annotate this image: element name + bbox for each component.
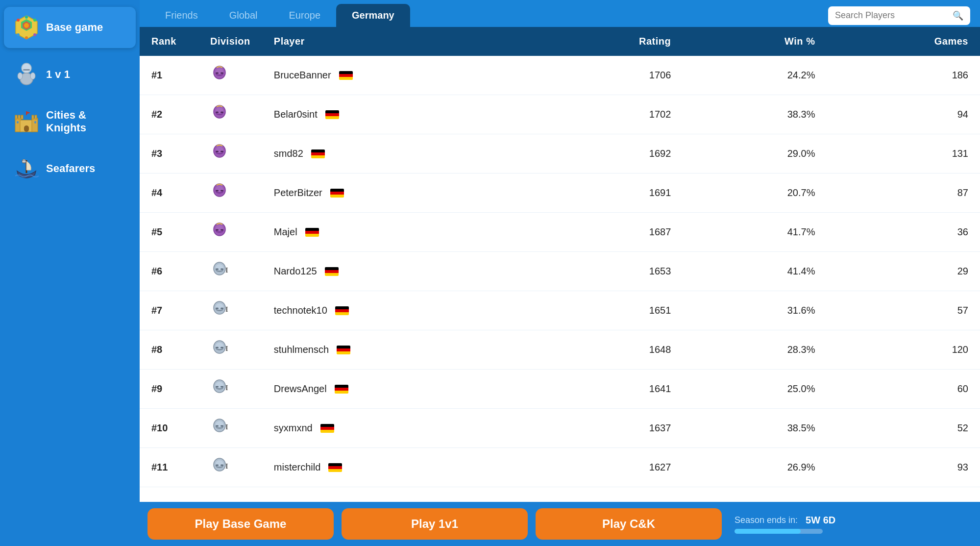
hex-game-icon: [13, 14, 40, 41]
season-value: 5W 6D: [806, 515, 835, 526]
player-cell[interactable]: stuhlmensch: [262, 330, 535, 370]
table-body: #1 BruceBanner 170624.2%186#2: [140, 56, 980, 487]
svg-point-70: [220, 386, 223, 388]
leaderboard-table: Rank Division Player Rating Win % Games …: [140, 27, 980, 487]
tab-europe[interactable]: Europe: [273, 4, 337, 27]
svg-point-10: [22, 63, 31, 73]
table-row[interactable]: #8 I stuhlmensch 164828.3%120: [140, 330, 980, 370]
win-pct-cell: 20.7%: [683, 174, 827, 213]
svg-point-54: [216, 269, 219, 270]
rank-cell: #8: [140, 330, 198, 370]
svg-rect-17: [18, 115, 20, 119]
svg-point-35: [220, 73, 223, 74]
player-cell[interactable]: Majel: [262, 213, 535, 252]
games-cell: 120: [827, 330, 980, 370]
win-pct-cell: 24.2%: [683, 56, 827, 95]
player-name: BruceBanner: [274, 70, 331, 81]
sidebar-item-cities-knights[interactable]: Cities & Knights: [4, 101, 136, 142]
play-ck-button[interactable]: Play C&K: [536, 508, 722, 540]
player-cell[interactable]: misterchild: [262, 448, 535, 487]
player-cell[interactable]: technotek10: [262, 291, 535, 330]
division-cell: [198, 174, 262, 213]
table-row[interactable]: #9 I DrewsAngel 164125.0%60: [140, 370, 980, 409]
svg-point-8: [25, 16, 28, 19]
table-row[interactable]: #10 I syxmxnd 163738.5%52: [140, 409, 980, 448]
svg-rect-18: [21, 115, 23, 119]
player-name: Belar0sint: [274, 109, 318, 120]
player-cell[interactable]: BruceBanner: [262, 56, 535, 95]
svg-point-29: [22, 159, 26, 163]
svg-point-34: [216, 73, 219, 74]
svg-point-3: [24, 23, 29, 28]
player-cell[interactable]: Belar0sint: [262, 95, 535, 134]
table-row[interactable]: #2 Belar0sint 170238.3%94: [140, 95, 980, 134]
player-name-with-flag: BruceBanner: [274, 70, 523, 81]
svg-point-78: [216, 460, 223, 467]
play-1v1-button[interactable]: Play 1v1: [342, 508, 528, 540]
games-cell: 57: [827, 291, 980, 330]
player-cell[interactable]: syxmxnd: [262, 409, 535, 448]
tab-bar: Friends Global Europe Germany: [149, 4, 410, 27]
games-cell: 94: [827, 95, 980, 134]
flag-icon: [328, 463, 342, 472]
diamond-division-icon: [210, 222, 229, 240]
tab-germany[interactable]: Germany: [336, 4, 410, 27]
col-player: Player: [262, 27, 535, 56]
svg-text:I: I: [225, 267, 228, 274]
player-cell[interactable]: DrewsAngel: [262, 370, 535, 409]
table-row[interactable]: #7 I technotek10 165131.6%57: [140, 291, 980, 330]
table-row[interactable]: #4 PeterBitzer 169120.7%87: [140, 174, 980, 213]
division-cell: I: [198, 448, 262, 487]
svg-point-51: [220, 229, 223, 231]
player-name-with-flag: Belar0sint: [274, 109, 523, 120]
leaderboard-table-container[interactable]: Rank Division Player Rating Win % Games …: [140, 27, 980, 502]
silver-division-icon: I: [210, 378, 231, 397]
col-rating: Rating: [535, 27, 683, 56]
rating-cell: 1648: [535, 330, 683, 370]
svg-point-58: [216, 303, 223, 310]
player-name-with-flag: DrewsAngel: [274, 383, 523, 395]
silver-division-icon: I: [210, 457, 231, 475]
sidebar-item-base-game[interactable]: Base game: [4, 7, 136, 48]
ship-icon: [13, 155, 40, 182]
sidebar-item-1v1[interactable]: 1 v 1: [4, 54, 136, 95]
player-name: stuhlmensch: [274, 344, 329, 355]
svg-point-43: [220, 151, 223, 152]
player-name-with-flag: smd82: [274, 148, 523, 159]
svg-point-60: [220, 308, 223, 309]
flag-icon: [337, 346, 350, 354]
main-layout: Base game 1 v 1: [0, 0, 980, 546]
player-cell[interactable]: smd82: [262, 134, 535, 174]
top-bar: Friends Global Europe Germany 🔍: [140, 0, 980, 27]
player-name-with-flag: stuhlmensch: [274, 344, 523, 355]
table-row[interactable]: #5 Majel 168741.7%36: [140, 213, 980, 252]
svg-point-33: [216, 68, 223, 75]
search-input[interactable]: [835, 10, 949, 21]
svg-point-69: [216, 386, 219, 388]
games-cell: 186: [827, 56, 980, 95]
rating-cell: 1637: [535, 409, 683, 448]
tab-friends[interactable]: Friends: [149, 4, 214, 27]
player-cell[interactable]: Nardo125: [262, 252, 535, 291]
player-name-with-flag: Majel: [274, 226, 523, 238]
table-row[interactable]: #11 I misterchild 162726.9%93: [140, 448, 980, 487]
win-pct-cell: 25.0%: [683, 370, 827, 409]
sidebar-item-1v1-label: 1 v 1: [46, 68, 70, 81]
play-base-game-button[interactable]: Play Base Game: [147, 508, 334, 540]
sidebar-item-seafarers[interactable]: Seafarers: [4, 148, 136, 189]
svg-rect-21: [32, 118, 38, 132]
table-row[interactable]: #3 smd82 169229.0%131: [140, 134, 980, 174]
division-cell: [198, 213, 262, 252]
table-row[interactable]: #6 I Nardo125 165341.4%29: [140, 252, 980, 291]
content-area: Friends Global Europe Germany 🔍 Rank Div…: [140, 0, 980, 546]
player-name-with-flag: misterchild: [274, 462, 523, 473]
tab-global[interactable]: Global: [214, 4, 273, 27]
svg-text:I: I: [225, 463, 228, 470]
search-box[interactable]: 🔍: [828, 6, 970, 25]
table-row[interactable]: #1 BruceBanner 170624.2%186: [140, 56, 980, 95]
division-cell: I: [198, 252, 262, 291]
svg-point-31: [24, 160, 25, 161]
player-cell[interactable]: PeterBitzer: [262, 174, 535, 213]
rating-cell: 1692: [535, 134, 683, 174]
games-cell: 60: [827, 370, 980, 409]
